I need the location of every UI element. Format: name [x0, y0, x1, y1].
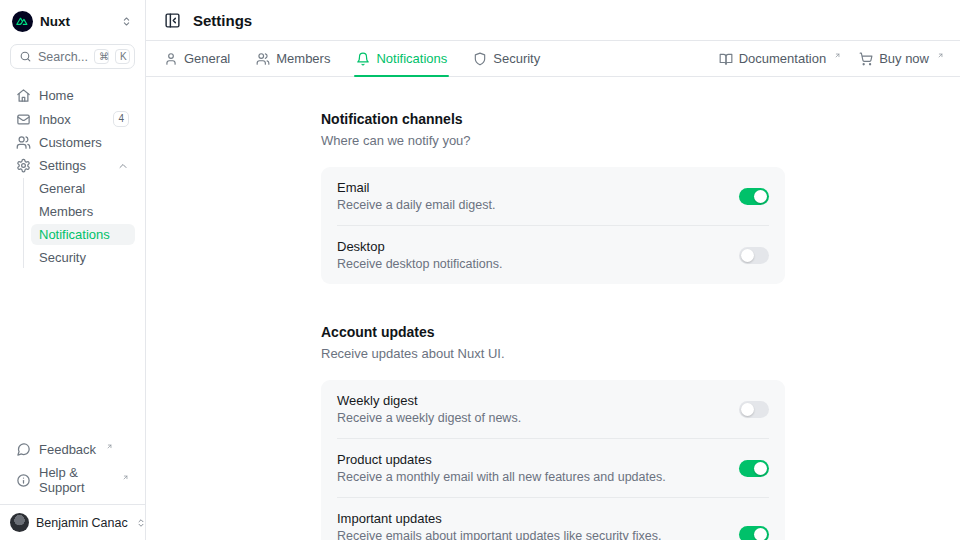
inbox-count-badge: 4: [113, 111, 129, 127]
setting-label: Weekly digest: [337, 393, 723, 408]
sidebar: Nuxt Search... ⌘ K Home Inbox 4 Cust: [0, 0, 146, 540]
help-support-link[interactable]: Help & Support: [10, 462, 135, 498]
sidebar-item-home[interactable]: Home: [10, 85, 135, 106]
setting-row-important-updates: Important updates Receive emails about i…: [321, 498, 785, 540]
buy-now-label: Buy now: [879, 51, 929, 66]
collapse-sidebar-icon[interactable]: [162, 10, 183, 31]
main-panel: Settings General Members Notifications S…: [146, 0, 960, 540]
section-subtitle: Where can we notify you?: [321, 133, 785, 148]
documentation-label: Documentation: [739, 51, 826, 66]
gear-icon: [16, 158, 31, 173]
weekly-digest-toggle[interactable]: [739, 401, 769, 418]
tab-security[interactable]: Security: [471, 41, 542, 76]
user-name: Benjamin Canac: [36, 516, 128, 530]
settings-tabbar: General Members Notifications Security D…: [146, 41, 960, 77]
content-area: Notification channels Where can we notif…: [146, 77, 960, 540]
kbd-k: K: [115, 49, 130, 64]
bell-icon: [356, 52, 370, 66]
tab-label: General: [184, 51, 230, 66]
sidebar-item-general[interactable]: General: [31, 178, 135, 199]
important-updates-toggle[interactable]: [739, 526, 769, 540]
shopping-cart-icon: [859, 52, 873, 66]
setting-description: Receive a weekly digest of news.: [337, 411, 723, 425]
product-updates-toggle[interactable]: [739, 460, 769, 477]
sidebar-item-settings[interactable]: Settings: [10, 155, 135, 176]
setting-row-weekly-digest: Weekly digest Receive a weekly digest of…: [321, 380, 785, 438]
user-icon: [164, 52, 178, 66]
team-switcher[interactable]: Nuxt: [0, 0, 145, 38]
sidebar-item-notifications[interactable]: Notifications: [31, 224, 135, 245]
setting-description: Receive desktop notifications.: [337, 257, 723, 271]
setting-row-desktop: Desktop Receive desktop notifications.: [321, 226, 785, 284]
brand-name: Nuxt: [40, 14, 111, 29]
external-link-icon: [122, 474, 129, 481]
setting-row-product-updates: Product updates Receive a monthly email …: [321, 439, 785, 497]
page-header: Settings: [146, 0, 960, 41]
external-link-icon: [106, 443, 113, 450]
documentation-link[interactable]: Documentation: [719, 51, 841, 66]
sidebar-nav: Home Inbox 4 Customers Settings General …: [0, 77, 145, 433]
settings-subtree: General Members Notifications Security: [23, 178, 135, 268]
sidebar-footer: Feedback Help & Support: [0, 433, 145, 504]
help-support-label: Help & Support: [39, 465, 112, 495]
external-link-icon: [834, 52, 841, 59]
tab-label: Notifications: [376, 51, 447, 66]
kbd-cmd: ⌘: [94, 49, 109, 64]
sidebar-item-inbox[interactable]: Inbox 4: [10, 108, 135, 130]
tab-notifications[interactable]: Notifications: [354, 41, 449, 76]
book-open-icon: [719, 52, 733, 66]
home-icon: [16, 88, 31, 103]
chevron-up-icon: [117, 160, 129, 172]
users-icon: [16, 135, 31, 150]
setting-row-email: Email Receive a daily email digest.: [321, 167, 785, 225]
search-placeholder: Search...: [38, 50, 88, 64]
setting-label: Desktop: [337, 239, 723, 254]
inbox-icon: [16, 112, 31, 127]
feedback-label: Feedback: [39, 442, 96, 457]
sidebar-item-members[interactable]: Members: [31, 201, 135, 222]
page-title: Settings: [193, 12, 252, 29]
buy-now-link[interactable]: Buy now: [859, 51, 944, 66]
users-icon: [256, 52, 270, 66]
section-title: Account updates: [321, 324, 785, 340]
desktop-toggle[interactable]: [739, 247, 769, 264]
info-circle-icon: [16, 473, 31, 488]
sidebar-item-security[interactable]: Security: [31, 247, 135, 268]
section-title: Notification channels: [321, 111, 785, 127]
setting-description: Receive emails about important updates l…: [337, 529, 723, 540]
search-input[interactable]: Search... ⌘ K: [10, 44, 135, 69]
sidebar-item-customers[interactable]: Customers: [10, 132, 135, 153]
sidebar-item-label: Inbox: [39, 112, 105, 127]
shield-icon: [473, 52, 487, 66]
setting-description: Receive a daily email digest.: [337, 198, 723, 212]
search-icon: [19, 50, 32, 63]
tab-members[interactable]: Members: [254, 41, 332, 76]
header-links: Documentation Buy now: [719, 41, 944, 76]
setting-label: Email: [337, 180, 723, 195]
tab-general[interactable]: General: [162, 41, 232, 76]
settings-card: Weekly digest Receive a weekly digest of…: [321, 380, 785, 540]
nuxt-logo-icon: [12, 11, 33, 32]
chevrons-up-down-icon[interactable]: [118, 13, 135, 30]
feedback-link[interactable]: Feedback: [10, 439, 135, 460]
external-link-icon: [937, 52, 944, 59]
tab-label: Members: [276, 51, 330, 66]
user-menu[interactable]: Benjamin Canac: [0, 504, 145, 540]
sidebar-item-label: Home: [39, 88, 129, 103]
sidebar-item-label: Settings: [39, 158, 109, 173]
section-account-updates: Account updates Receive updates about Nu…: [321, 324, 785, 540]
tab-label: Security: [493, 51, 540, 66]
message-bubble-icon: [16, 442, 31, 457]
section-subtitle: Receive updates about Nuxt UI.: [321, 346, 785, 361]
setting-label: Important updates: [337, 511, 723, 526]
email-toggle[interactable]: [739, 188, 769, 205]
sidebar-item-label: Customers: [39, 135, 129, 150]
setting-label: Product updates: [337, 452, 723, 467]
user-avatar: [10, 513, 29, 532]
app-window: Nuxt Search... ⌘ K Home Inbox 4 Cust: [0, 0, 960, 540]
setting-description: Receive a monthly email with all new fea…: [337, 470, 723, 484]
section-notification-channels: Notification channels Where can we notif…: [321, 111, 785, 284]
settings-card: Email Receive a daily email digest. Desk…: [321, 167, 785, 284]
chevrons-up-down-icon: [135, 517, 147, 529]
